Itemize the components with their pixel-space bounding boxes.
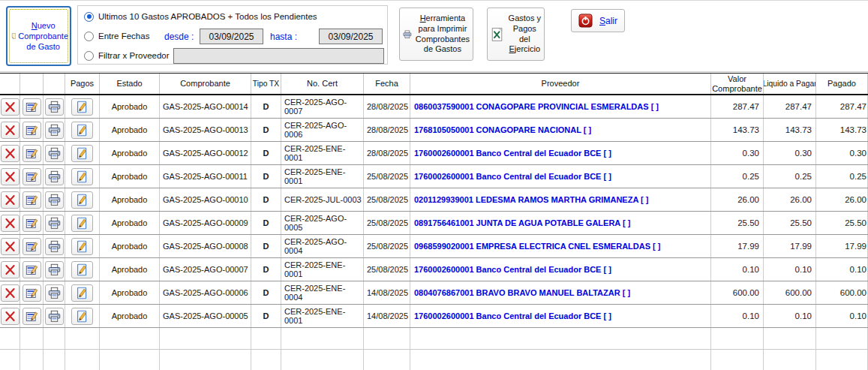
cell-properties: [20, 212, 44, 234]
printer-icon: [403, 26, 412, 43]
edit-properties-button[interactable]: [23, 122, 41, 139]
header-no-cert: No. Cert: [281, 74, 364, 94]
payments-button[interactable]: [71, 215, 93, 232]
cell-liquido-a-pagar: 17.99: [764, 235, 816, 257]
exit-button[interactable]: Salir: [571, 9, 625, 32]
new-expense-voucher-button[interactable]: Nuevo Comprobante de Gasto: [6, 6, 71, 66]
payments-button[interactable]: [71, 238, 93, 255]
cell-delete: [0, 142, 20, 164]
payments-button[interactable]: [71, 168, 93, 185]
print-row-button[interactable]: [45, 215, 64, 232]
payments-button[interactable]: [71, 308, 93, 325]
delete-row-button[interactable]: [1, 238, 20, 255]
cell-print: [44, 119, 65, 141]
edit-properties-button[interactable]: [23, 284, 41, 302]
payments-button[interactable]: [71, 261, 93, 278]
form-pen-icon: [26, 124, 38, 137]
cell-print: [44, 212, 65, 234]
print-row-button[interactable]: [45, 261, 64, 278]
edit-properties-button[interactable]: [23, 215, 41, 232]
printer-icon: [48, 217, 61, 230]
delete-row-button[interactable]: [1, 122, 20, 139]
cell-valor-comprobante: 0.30: [711, 142, 764, 164]
cell-valor-comprobante: 0.10: [711, 305, 764, 327]
filter-option-last10: Ultimos 10 Gastos APROBADOS + Todos los …: [84, 11, 317, 22]
cell-no-cert: CER-2025-ENE-0001: [281, 305, 364, 327]
print-row-button[interactable]: [45, 191, 64, 209]
radio-last10[interactable]: [84, 12, 94, 22]
payments-button[interactable]: [71, 284, 93, 302]
print-row-button[interactable]: [45, 98, 64, 116]
print-row-button[interactable]: [45, 145, 64, 162]
edit-properties-button[interactable]: [23, 168, 41, 185]
cell-delete: [0, 95, 20, 118]
payments-button[interactable]: [71, 122, 93, 139]
delete-row-button[interactable]: [1, 145, 20, 162]
edit-properties-button[interactable]: [23, 191, 41, 209]
cell-print: [44, 305, 65, 327]
edit-note-icon: [76, 124, 89, 137]
cell-delete: [0, 119, 20, 141]
cell-properties: [20, 188, 44, 211]
empty-cell: [410, 328, 711, 349]
print-row-button[interactable]: [45, 168, 64, 185]
cell-estado: Aprobado: [100, 188, 160, 211]
desde-date-field[interactable]: 03/09/2025: [200, 29, 263, 44]
payments-button[interactable]: [71, 191, 93, 209]
edit-properties-button[interactable]: [23, 261, 41, 278]
delete-row-button[interactable]: [1, 284, 20, 302]
delete-x-icon: [4, 240, 17, 253]
cell-estado: Aprobado: [100, 235, 160, 257]
grid-header: Pagos Estado Comprobante Tipo TX No. Cer…: [0, 74, 868, 95]
edit-properties-button[interactable]: [23, 308, 41, 325]
hasta-date-field[interactable]: 03/09/2025: [319, 29, 383, 44]
header-pagado: Pagado: [816, 74, 868, 94]
delete-row-button[interactable]: [1, 98, 20, 116]
provider-filter-input[interactable]: [173, 48, 384, 64]
print-row-button[interactable]: [45, 122, 64, 139]
edit-properties-button[interactable]: [23, 145, 41, 162]
empty-cell: [410, 350, 711, 370]
payments-button[interactable]: [71, 98, 93, 116]
edit-properties-button[interactable]: [23, 98, 41, 116]
cell-print: [44, 258, 65, 281]
cell-properties: [20, 258, 44, 281]
empty-table-row: [0, 328, 868, 350]
delete-row-button[interactable]: [1, 168, 20, 185]
header-estado: Estado: [100, 74, 160, 94]
empty-cell: [711, 350, 764, 370]
cell-properties: [20, 142, 44, 164]
cell-comprobante: GAS-2025-AGO-00010: [160, 188, 251, 211]
delete-row-button[interactable]: [1, 308, 20, 325]
print-row-button[interactable]: [45, 238, 64, 255]
cell-delete: [0, 281, 20, 304]
edit-note-icon: [76, 310, 89, 323]
table-row: Aprobado GAS-2025-AGO-00012 D CER-2025-E…: [0, 142, 868, 165]
cell-estado: Aprobado: [100, 142, 160, 164]
delete-row-button[interactable]: [1, 215, 20, 232]
header-comprobante: Comprobante: [160, 74, 251, 94]
cell-liquido-a-pagar: 143.73: [764, 119, 816, 141]
radio-between-dates[interactable]: [84, 32, 94, 41]
cell-estado: Aprobado: [100, 212, 160, 234]
delete-row-button[interactable]: [1, 191, 20, 209]
filter-groupbox: Ultimos 10 Gastos APROBADOS + Todos los …: [77, 5, 388, 65]
print-row-button[interactable]: [45, 284, 64, 302]
delete-row-button[interactable]: [1, 261, 20, 278]
cell-comprobante: GAS-2025-AGO-00014: [160, 95, 251, 118]
cell-no-cert: CER-2025-ENE-0001: [281, 258, 364, 281]
delete-x-icon: [4, 287, 17, 299]
edit-properties-button[interactable]: [23, 238, 41, 255]
print-row-button[interactable]: [45, 308, 64, 325]
header-delete-col: [0, 74, 20, 94]
cell-tipo-tx: D: [251, 142, 281, 164]
radio-filter-provider[interactable]: [84, 51, 94, 61]
cell-liquido-a-pagar: 287.47: [764, 95, 816, 118]
form-pen-icon: [26, 310, 38, 323]
edit-note-icon: [76, 147, 89, 160]
payments-button[interactable]: [71, 145, 93, 162]
printer-icon: [48, 310, 61, 323]
print-vouchers-tool-button[interactable]: Herramienta para Imprimir Comprobantes d…: [399, 8, 473, 61]
expenses-payments-exercise-button[interactable]: Gastos y Pagos del Ejercicio: [487, 8, 545, 61]
cell-no-cert: CER-2025-ENE-0001: [281, 165, 364, 188]
